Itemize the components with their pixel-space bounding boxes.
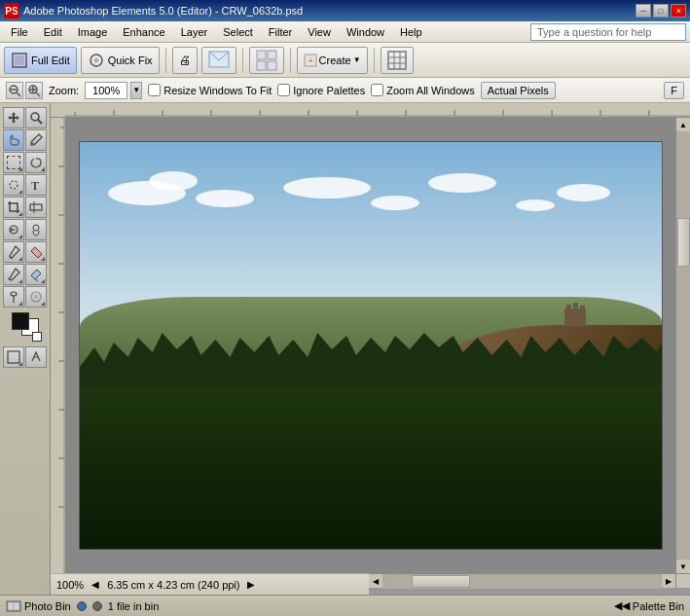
status-arrow-left[interactable]: ◀ <box>91 579 99 590</box>
ignore-palettes-checkbox[interactable] <box>277 84 290 96</box>
photo-bin-button[interactable]: Photo Bin <box>6 600 71 612</box>
castle-tower-center <box>573 303 578 312</box>
toolbar: Full Edit Quick Fix 🖨 + Crea <box>0 43 690 78</box>
ruler-vertical <box>51 118 65 573</box>
healing-tool[interactable] <box>3 219 24 240</box>
foreground-swatch[interactable] <box>12 312 29 330</box>
scroll-track-h[interactable] <box>383 574 661 589</box>
menu-view[interactable]: View <box>301 22 338 42</box>
toolbar-separator-3 <box>290 48 291 73</box>
grid-view-button[interactable] <box>381 47 414 74</box>
scroll-track-v[interactable] <box>676 132 690 559</box>
menu-file[interactable]: File <box>4 22 35 42</box>
eyedropper-tool[interactable] <box>25 129 47 151</box>
castle-tower-right <box>580 306 585 312</box>
bottom-scrollbar[interactable]: ◀ ▶ <box>369 573 675 588</box>
resize-windows-checkbox[interactable] <box>148 84 161 96</box>
quick-fix-label: Quick Fix <box>108 54 153 66</box>
brush-tool[interactable] <box>3 241 24 263</box>
blur-tool[interactable] <box>25 286 47 308</box>
switch-colors-icon[interactable] <box>32 332 42 342</box>
right-scrollbar[interactable]: ▲ ▼ <box>675 118 690 573</box>
lasso-tool[interactable] <box>25 152 47 173</box>
create-button[interactable]: + Create ▼ <box>297 47 368 74</box>
print-icon: 🖨 <box>179 54 191 67</box>
photo-bin-active-indicator[interactable] <box>77 601 87 611</box>
paint-bucket-tool[interactable] <box>25 264 47 285</box>
zoom-all-windows-checkbox[interactable] <box>371 84 383 96</box>
tool-row-7 <box>2 241 48 263</box>
menu-window[interactable]: Window <box>340 22 391 42</box>
palette-bin-button[interactable]: ◀◀ Palette Bin <box>614 599 684 612</box>
zoom-in-button[interactable] <box>25 82 43 99</box>
menu-enhance[interactable]: Enhance <box>116 22 171 42</box>
zoom-dropdown-arrow[interactable]: ▼ <box>130 82 142 99</box>
type-tool[interactable]: T <box>25 174 47 196</box>
options-bar: Zoom: ▼ Resize Windows To Fit Ignore Pal… <box>0 78 690 103</box>
quick-fix-button[interactable]: Quick Fix <box>81 47 160 74</box>
email-button[interactable] <box>201 47 236 74</box>
landscape-image <box>80 142 662 549</box>
zoom-control[interactable]: ▼ <box>85 82 142 99</box>
scroll-up-arrow[interactable]: ▲ <box>676 118 690 132</box>
ignore-palettes-option[interactable]: Ignore Palettes <box>277 84 365 96</box>
scroll-thumb-h[interactable] <box>412 575 470 588</box>
shape-tool[interactable] <box>3 346 24 368</box>
pen-tool[interactable] <box>25 346 47 368</box>
organize-button[interactable] <box>249 47 284 74</box>
status-arrow-right[interactable]: ▶ <box>247 579 255 590</box>
organize-icon <box>256 50 277 71</box>
maximize-button[interactable]: □ <box>653 4 669 18</box>
scroll-right-arrow[interactable]: ▶ <box>661 574 675 589</box>
zoom-all-windows-label: Zoom All Windows <box>386 85 474 96</box>
recompose-tool[interactable] <box>25 197 47 218</box>
clone-tool[interactable] <box>25 219 47 240</box>
cloud-5 <box>371 196 419 210</box>
quick-selection-tool[interactable] <box>3 174 24 196</box>
toolbar-separator-4 <box>374 48 375 73</box>
minimize-button[interactable]: ─ <box>636 4 651 18</box>
app-icon: PS <box>4 3 19 18</box>
marquee-tool[interactable] <box>3 152 24 173</box>
zoom-input[interactable] <box>85 82 127 99</box>
create-label: Create <box>319 54 351 66</box>
full-edit-button[interactable]: Full Edit <box>4 47 77 74</box>
help-search-box[interactable]: Type a question for help <box>530 23 686 41</box>
tool-row-5 <box>2 197 48 218</box>
scroll-down-arrow[interactable]: ▼ <box>676 559 690 573</box>
menu-help[interactable]: Help <box>393 22 429 42</box>
scroll-left-arrow[interactable]: ◀ <box>369 574 383 589</box>
photo-bin-indicator-2[interactable] <box>92 601 102 611</box>
actual-pixels-button[interactable]: Actual Pixels <box>481 82 556 99</box>
menu-edit[interactable]: Edit <box>37 22 69 42</box>
zoom-tool[interactable] <box>25 107 47 128</box>
move-tool[interactable] <box>3 107 24 128</box>
crop-tool[interactable] <box>3 197 24 218</box>
tool-row-1 <box>2 107 48 128</box>
zoom-all-windows-option[interactable]: Zoom All Windows <box>371 84 474 96</box>
svg-line-16 <box>17 92 20 96</box>
castle <box>564 308 586 326</box>
resize-windows-label: Resize Windows To Fit <box>163 85 272 96</box>
svg-point-22 <box>31 113 39 121</box>
menu-filter[interactable]: Filter <box>262 22 299 42</box>
menu-image[interactable]: Image <box>71 22 115 42</box>
zoom-out-button[interactable] <box>6 82 23 99</box>
eraser-tool[interactable] <box>25 241 47 263</box>
main-area: T <box>0 103 690 595</box>
close-button[interactable]: ✕ <box>671 4 686 18</box>
menu-layer[interactable]: Layer <box>174 22 215 42</box>
fit-screen-button[interactable]: F <box>664 82 684 99</box>
scroll-corner <box>675 573 690 588</box>
svg-rect-51 <box>51 118 65 573</box>
dodge-tool[interactable] <box>3 286 24 308</box>
palette-expand-icon: ◀◀ <box>614 599 630 612</box>
hand-tool[interactable] <box>3 129 24 151</box>
svg-text:+: + <box>308 56 312 65</box>
smart-brush-tool[interactable] <box>3 264 24 285</box>
window-controls[interactable]: ─ □ ✕ <box>636 4 686 18</box>
menu-select[interactable]: Select <box>216 22 260 42</box>
scroll-thumb-v[interactable] <box>677 218 690 267</box>
resize-windows-option[interactable]: Resize Windows To Fit <box>148 84 272 96</box>
print-button[interactable]: 🖨 <box>172 47 198 74</box>
